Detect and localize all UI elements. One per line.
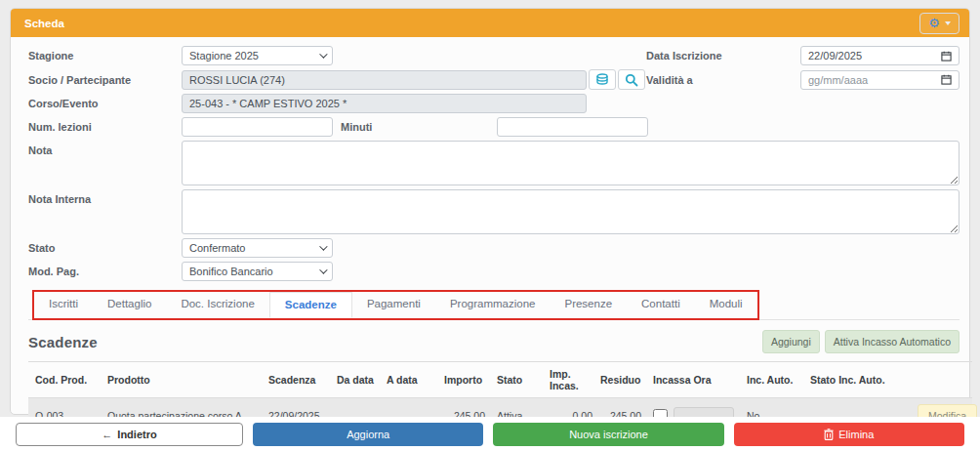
row-num-lezioni: Num. lezioni Minuti xyxy=(28,117,960,137)
validita-label: Validità a xyxy=(646,74,800,86)
gear-icon: ⚙ xyxy=(928,17,940,29)
nota-interna-label: Nota Interna xyxy=(28,189,182,205)
tab-moduli[interactable]: Moduli xyxy=(695,292,757,318)
trash-icon xyxy=(824,429,834,440)
row-mod-pag: Mod. Pag. Bonifico Bancario xyxy=(28,262,960,281)
stagione-label: Stagione xyxy=(28,50,182,62)
footer-button-bar: ← Indietro Aggiorna Nuova iscrizione Eli… xyxy=(0,417,980,451)
col-da-data: Da data xyxy=(333,362,383,398)
nota-textarea[interactable] xyxy=(182,141,960,185)
tab-doc-iscrizione[interactable]: Doc. Iscrizione xyxy=(166,292,268,318)
col-inc-auto: Inc. Auto. xyxy=(743,362,806,398)
form-body: Stagione Stagione 2025 Data Iscrizione 2… xyxy=(11,37,969,451)
scadenze-title: Scadenze xyxy=(28,334,98,350)
row-nota-interna: Nota Interna xyxy=(28,189,960,234)
chevron-down-icon xyxy=(319,266,327,273)
scheda-card: Scheda ⚙ Stagione Stagione 2025 Data Isc… xyxy=(10,8,970,415)
socio-payments-button[interactable] xyxy=(589,69,616,90)
socio-search-button[interactable] xyxy=(618,69,645,90)
aggiorna-button[interactable]: Aggiorna xyxy=(253,423,483,446)
elimina-button[interactable]: Elimina xyxy=(734,423,964,446)
validita-input[interactable]: gg/mm/aaaa xyxy=(800,70,960,90)
col-residuo: Residuo xyxy=(596,362,645,398)
tab-dettaglio[interactable]: Dettaglio xyxy=(93,292,166,318)
chevron-down-icon xyxy=(319,50,327,58)
row-corso: Corso/Evento 25-043 - * CAMP ESTIVO 2025… xyxy=(28,94,960,113)
indietro-label: Indietro xyxy=(117,429,156,440)
settings-dropdown-button[interactable]: ⚙ xyxy=(919,13,960,34)
chevron-down-icon xyxy=(945,21,951,25)
chevron-down-icon xyxy=(319,242,327,250)
col-cod-prod: Cod. Prod. xyxy=(28,362,103,398)
stagione-selected-value: Stagione 2025 xyxy=(189,50,259,62)
col-prodotto: Prodotto xyxy=(103,362,265,398)
calendar-icon[interactable] xyxy=(941,74,952,85)
aggiorna-label: Aggiorna xyxy=(347,429,389,440)
data-iscrizione-label: Data Iscrizione xyxy=(646,50,800,62)
corso-label: Corso/Evento xyxy=(28,98,182,109)
elimina-label: Elimina xyxy=(838,429,874,440)
tab-pagamenti[interactable]: Pagamenti xyxy=(352,292,435,318)
row-stagione: Stagione Stagione 2025 Data Iscrizione 2… xyxy=(28,46,960,65)
attiva-incasso-automatico-button[interactable]: Attiva Incasso Automatico xyxy=(825,330,960,353)
search-icon xyxy=(625,73,638,87)
nuova-iscrizione-button[interactable]: Nuova iscrizione xyxy=(493,423,723,446)
tab-scadenze[interactable]: Scadenze xyxy=(269,292,352,318)
mod-pag-selected-value: Bonifico Bancario xyxy=(189,266,273,277)
tab-iscritti[interactable]: Iscritti xyxy=(34,292,93,318)
stato-selected-value: Confermato xyxy=(189,242,245,254)
mod-pag-select[interactable]: Bonifico Bancario xyxy=(182,262,333,281)
aggiungi-button[interactable]: Aggiungi xyxy=(762,330,820,353)
socio-field: ROSSI LUCIA (274) xyxy=(182,70,587,90)
col-incassa-ora: Incassa Ora xyxy=(645,362,743,398)
nota-label: Nota xyxy=(28,141,182,156)
coins-stack-icon xyxy=(595,73,609,86)
corso-field: 25-043 - * CAMP ESTIVO 2025 * xyxy=(182,94,587,113)
socio-label: Socio / Partecipante xyxy=(28,74,182,86)
minuti-label: Minuti xyxy=(341,121,497,133)
scadenze-section-header: Scadenze Aggiungi Attiva Incasso Automat… xyxy=(28,320,960,361)
tab-bar: Iscritti Dettaglio Doc. Iscrizione Scade… xyxy=(28,290,960,320)
row-stato: Stato Confermato xyxy=(28,238,960,258)
red-annotation-box: Iscritti Dettaglio Doc. Iscrizione Scade… xyxy=(32,290,759,320)
calendar-icon[interactable] xyxy=(941,51,952,62)
col-stato-inc-auto: Stato Inc. Auto. xyxy=(806,362,914,398)
validita-placeholder: gg/mm/aaaa xyxy=(808,74,868,86)
col-importo: Importo xyxy=(440,362,489,398)
col-stato: Stato xyxy=(489,362,546,398)
stato-select[interactable]: Confermato xyxy=(182,238,333,258)
num-lezioni-label: Num. lezioni xyxy=(28,121,182,133)
mod-pag-label: Mod. Pag. xyxy=(28,266,182,277)
page-title: Scheda xyxy=(24,18,64,29)
scadenze-actions: Aggiungi Attiva Incasso Automatico xyxy=(762,330,960,353)
stagione-select[interactable]: Stagione 2025 xyxy=(182,46,333,65)
arrow-left-icon: ← xyxy=(102,429,112,440)
card-header: Scheda ⚙ xyxy=(11,9,969,37)
table-header-row: Cod. Prod. Prodotto Scadenza Da data A d… xyxy=(28,362,972,398)
data-iscrizione-input[interactable]: 22/09/2025 xyxy=(800,46,960,65)
minuti-input[interactable] xyxy=(497,117,648,137)
col-imp-incas: Imp. Incas. xyxy=(546,362,596,398)
row-socio: Socio / Partecipante ROSSI LUCIA (274) V… xyxy=(28,69,960,90)
col-a-data: A data xyxy=(383,362,440,398)
col-scadenza: Scadenza xyxy=(265,362,333,398)
tab-presenze[interactable]: Presenze xyxy=(550,292,627,318)
tab-contatti[interactable]: Contatti xyxy=(627,292,695,318)
stato-label: Stato xyxy=(28,242,182,254)
row-nota: Nota xyxy=(28,141,960,185)
indietro-button[interactable]: ← Indietro xyxy=(16,423,243,446)
nota-interna-textarea[interactable] xyxy=(182,189,960,234)
nuova-iscrizione-label: Nuova iscrizione xyxy=(569,429,648,440)
tab-programmazione[interactable]: Programmazione xyxy=(435,292,551,318)
col-actions xyxy=(914,362,972,398)
num-lezioni-input[interactable] xyxy=(182,117,333,137)
data-iscrizione-value: 22/09/2025 xyxy=(808,50,862,62)
